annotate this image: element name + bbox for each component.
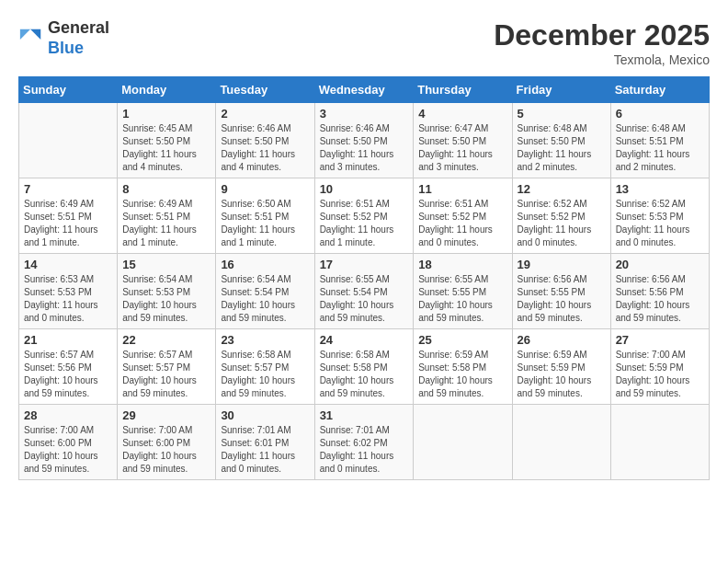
day-info: Sunrise: 6:52 AM Sunset: 5:53 PM Dayligh… [616, 198, 704, 249]
svg-marker-0 [30, 29, 40, 39]
day-cell: 26Sunrise: 6:59 AM Sunset: 5:59 PM Dayli… [512, 329, 610, 405]
calendar-table: SundayMondayTuesdayWednesdayThursdayFrid… [18, 76, 710, 480]
header-cell-monday: Monday [118, 77, 216, 103]
week-row-2: 7Sunrise: 6:49 AM Sunset: 5:51 PM Daylig… [19, 178, 710, 254]
day-number: 11 [418, 182, 506, 196]
logo-general-text: General [48, 18, 109, 37]
day-info: Sunrise: 6:58 AM Sunset: 5:58 PM Dayligh… [320, 349, 409, 400]
day-number: 13 [616, 182, 704, 196]
day-cell: 17Sunrise: 6:55 AM Sunset: 5:54 PM Dayli… [314, 254, 414, 329]
day-cell: 20Sunrise: 6:56 AM Sunset: 5:56 PM Dayli… [610, 254, 709, 329]
day-number: 12 [518, 182, 606, 196]
day-cell: 9Sunrise: 6:50 AM Sunset: 5:51 PM Daylig… [216, 178, 314, 254]
day-number: 10 [320, 182, 409, 196]
month-title: December 2025 [494, 18, 710, 52]
week-row-3: 14Sunrise: 6:53 AM Sunset: 5:53 PM Dayli… [19, 254, 710, 329]
day-cell: 19Sunrise: 6:56 AM Sunset: 5:55 PM Dayli… [512, 254, 610, 329]
header-row: SundayMondayTuesdayWednesdayThursdayFrid… [19, 77, 710, 103]
day-info: Sunrise: 6:51 AM Sunset: 5:52 PM Dayligh… [418, 198, 506, 249]
day-cell: 15Sunrise: 6:54 AM Sunset: 5:53 PM Dayli… [118, 254, 216, 329]
day-info: Sunrise: 6:56 AM Sunset: 5:55 PM Dayligh… [518, 273, 606, 325]
day-cell: 4Sunrise: 6:47 AM Sunset: 5:50 PM Daylig… [414, 103, 512, 178]
day-info: Sunrise: 6:46 AM Sunset: 5:50 PM Dayligh… [320, 122, 409, 174]
day-number: 4 [418, 107, 506, 121]
day-cell: 18Sunrise: 6:55 AM Sunset: 5:55 PM Dayli… [414, 254, 512, 329]
day-cell [414, 405, 512, 480]
day-info: Sunrise: 6:59 AM Sunset: 5:59 PM Dayligh… [518, 349, 606, 400]
day-number: 19 [518, 258, 606, 271]
day-cell: 3Sunrise: 6:46 AM Sunset: 5:50 PM Daylig… [314, 103, 414, 178]
day-number: 1 [122, 107, 210, 121]
day-info: Sunrise: 6:59 AM Sunset: 5:58 PM Dayligh… [418, 349, 506, 400]
day-info: Sunrise: 6:58 AM Sunset: 5:57 PM Dayligh… [221, 349, 309, 400]
day-number: 9 [221, 182, 309, 196]
day-number: 30 [221, 408, 309, 422]
day-cell: 8Sunrise: 6:49 AM Sunset: 5:51 PM Daylig… [118, 178, 216, 254]
day-cell: 21Sunrise: 6:57 AM Sunset: 5:56 PM Dayli… [19, 329, 118, 405]
location-subtitle: Texmola, Mexico [494, 52, 710, 67]
day-info: Sunrise: 6:57 AM Sunset: 5:56 PM Dayligh… [24, 349, 112, 400]
day-number: 17 [320, 258, 409, 271]
day-cell: 5Sunrise: 6:48 AM Sunset: 5:50 PM Daylig… [512, 103, 610, 178]
logo: General Blue [18, 18, 109, 58]
day-cell: 12Sunrise: 6:52 AM Sunset: 5:52 PM Dayli… [512, 178, 610, 254]
day-info: Sunrise: 6:53 AM Sunset: 5:53 PM Dayligh… [24, 273, 112, 325]
day-info: Sunrise: 6:48 AM Sunset: 5:51 PM Dayligh… [616, 122, 704, 174]
day-info: Sunrise: 7:01 AM Sunset: 6:01 PM Dayligh… [221, 424, 309, 476]
day-number: 5 [518, 107, 606, 121]
day-info: Sunrise: 7:01 AM Sunset: 6:02 PM Dayligh… [320, 424, 409, 476]
day-number: 27 [616, 333, 704, 347]
day-number: 23 [221, 333, 309, 347]
day-info: Sunrise: 6:46 AM Sunset: 5:50 PM Dayligh… [221, 122, 309, 174]
header-cell-wednesday: Wednesday [314, 77, 414, 103]
day-cell: 24Sunrise: 6:58 AM Sunset: 5:58 PM Dayli… [314, 329, 414, 405]
day-number: 28 [24, 408, 112, 422]
calendar-body: 1Sunrise: 6:45 AM Sunset: 5:50 PM Daylig… [19, 103, 710, 480]
day-info: Sunrise: 6:54 AM Sunset: 5:53 PM Dayligh… [122, 273, 210, 325]
day-number: 22 [122, 333, 210, 347]
day-info: Sunrise: 6:55 AM Sunset: 5:55 PM Dayligh… [418, 273, 506, 325]
day-cell: 23Sunrise: 6:58 AM Sunset: 5:57 PM Dayli… [216, 329, 314, 405]
day-info: Sunrise: 6:52 AM Sunset: 5:52 PM Dayligh… [518, 198, 606, 249]
day-cell: 27Sunrise: 7:00 AM Sunset: 5:59 PM Dayli… [610, 329, 709, 405]
day-info: Sunrise: 7:00 AM Sunset: 6:00 PM Dayligh… [122, 424, 210, 476]
day-info: Sunrise: 7:00 AM Sunset: 5:59 PM Dayligh… [616, 349, 704, 400]
day-number: 18 [418, 258, 506, 271]
day-info: Sunrise: 7:00 AM Sunset: 6:00 PM Dayligh… [24, 424, 112, 476]
logo-blue-text: Blue [48, 39, 84, 57]
day-number: 25 [418, 333, 506, 347]
day-cell: 7Sunrise: 6:49 AM Sunset: 5:51 PM Daylig… [19, 178, 118, 254]
day-cell [19, 103, 118, 178]
day-number: 24 [320, 333, 409, 347]
day-number: 15 [122, 258, 210, 271]
day-cell: 16Sunrise: 6:54 AM Sunset: 5:54 PM Dayli… [216, 254, 314, 329]
day-cell: 30Sunrise: 7:01 AM Sunset: 6:01 PM Dayli… [216, 405, 314, 480]
day-number: 14 [24, 258, 112, 271]
header-cell-saturday: Saturday [610, 77, 709, 103]
day-number: 31 [320, 408, 409, 422]
day-cell: 13Sunrise: 6:52 AM Sunset: 5:53 PM Dayli… [610, 178, 709, 254]
day-number: 2 [221, 107, 309, 121]
day-number: 3 [320, 107, 409, 121]
header-cell-tuesday: Tuesday [216, 77, 314, 103]
day-number: 7 [24, 182, 112, 196]
week-row-1: 1Sunrise: 6:45 AM Sunset: 5:50 PM Daylig… [19, 103, 710, 178]
day-cell: 10Sunrise: 6:51 AM Sunset: 5:52 PM Dayli… [314, 178, 414, 254]
day-info: Sunrise: 6:47 AM Sunset: 5:50 PM Dayligh… [418, 122, 506, 174]
week-row-5: 28Sunrise: 7:00 AM Sunset: 6:00 PM Dayli… [19, 405, 710, 480]
day-info: Sunrise: 6:48 AM Sunset: 5:50 PM Dayligh… [518, 122, 606, 174]
page-header: General Blue December 2025 Texmola, Mexi… [18, 18, 710, 67]
day-cell: 28Sunrise: 7:00 AM Sunset: 6:00 PM Dayli… [19, 405, 118, 480]
day-info: Sunrise: 6:50 AM Sunset: 5:51 PM Dayligh… [221, 198, 309, 249]
day-info: Sunrise: 6:49 AM Sunset: 5:51 PM Dayligh… [122, 198, 210, 249]
day-info: Sunrise: 6:49 AM Sunset: 5:51 PM Dayligh… [24, 198, 112, 249]
header-cell-friday: Friday [512, 77, 610, 103]
day-number: 21 [24, 333, 112, 347]
day-cell: 11Sunrise: 6:51 AM Sunset: 5:52 PM Dayli… [414, 178, 512, 254]
day-info: Sunrise: 6:51 AM Sunset: 5:52 PM Dayligh… [320, 198, 409, 249]
day-cell: 2Sunrise: 6:46 AM Sunset: 5:50 PM Daylig… [216, 103, 314, 178]
week-row-4: 21Sunrise: 6:57 AM Sunset: 5:56 PM Dayli… [19, 329, 710, 405]
day-number: 20 [616, 258, 704, 271]
day-number: 26 [518, 333, 606, 347]
day-number: 6 [616, 107, 704, 121]
